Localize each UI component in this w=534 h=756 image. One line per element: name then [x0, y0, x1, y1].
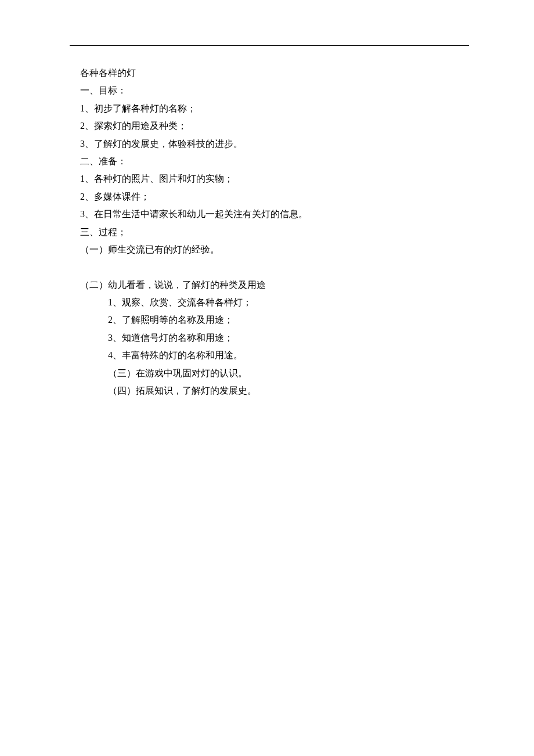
blank-line [80, 258, 470, 276]
section2-item-2: 2、多媒体课件； [80, 188, 470, 206]
section3-sub2-item-4: 4、丰富特殊的灯的名称和用途。 [80, 347, 470, 364]
section3-sub2-item-1: 1、观察、欣赏、交流各种各样灯； [80, 294, 470, 311]
section2-item-3: 3、在日常生活中请家长和幼儿一起关注有关灯的信息。 [80, 206, 470, 223]
section3-sub2-heading: （二）幼儿看看，说说，了解灯的种类及用途 [80, 276, 470, 294]
section-heading-3: 三、过程； [80, 224, 470, 241]
section3-sub1: （一）师生交流已有的灯的经验。 [80, 241, 470, 258]
section3-sub2-item-2: 2、了解照明等的名称及用途； [80, 311, 470, 329]
section1-item-2: 2、探索灯的用途及种类； [80, 117, 470, 135]
section-heading-2: 二、准备： [80, 153, 470, 170]
section1-item-1: 1、初步了解各种灯的名称； [80, 100, 470, 117]
header-divider [70, 45, 469, 46]
section3-sub3: （三）在游戏中巩固对灯的认识。 [80, 365, 470, 382]
document-title: 各种各样的灯 [80, 64, 470, 82]
section1-item-3: 3、了解灯的发展史，体验科技的进步。 [80, 135, 470, 153]
section-heading-1: 一、目标： [80, 82, 470, 99]
section3-sub4: （四）拓展知识，了解灯的发展史。 [80, 382, 470, 399]
section2-item-1: 1、各种灯的照片、图片和灯的实物； [80, 170, 470, 188]
section3-sub2-item-3: 3、知道信号灯的名称和用途； [80, 329, 470, 347]
document-content: 各种各样的灯 一、目标： 1、初步了解各种灯的名称； 2、探索灯的用途及种类； … [64, 64, 470, 399]
